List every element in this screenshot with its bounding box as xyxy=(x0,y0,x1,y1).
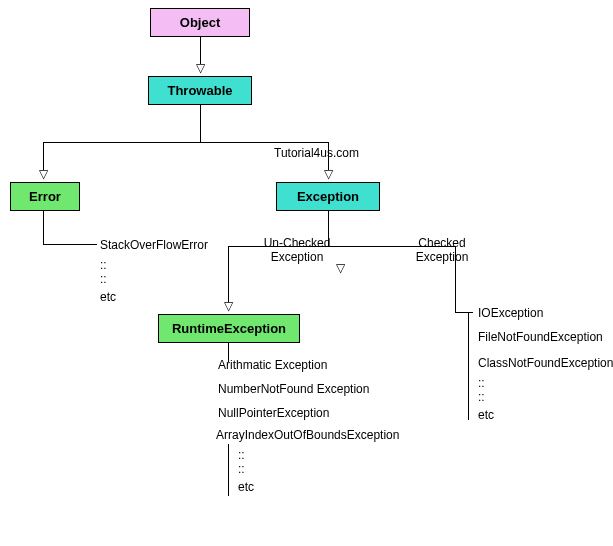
node-runtimeexception-label: RuntimeException xyxy=(172,321,286,336)
connector-line xyxy=(468,312,469,420)
error-list-item: :: xyxy=(100,258,107,272)
error-list-item: etc xyxy=(100,290,116,304)
connector-line xyxy=(228,444,229,496)
runtime-list-item: NumberNotFound Exception xyxy=(218,382,369,396)
runtime-list-item: :: xyxy=(238,448,245,462)
watermark-label: Tutorial4us.com xyxy=(274,146,359,160)
node-exception: Exception xyxy=(276,182,380,211)
node-error: Error xyxy=(10,182,80,211)
node-throwable: Throwable xyxy=(148,76,252,105)
node-object-label: Object xyxy=(180,15,220,30)
diagram-canvas: Object ▽ Throwable ▽ ▽ Tutorial4us.com E… xyxy=(0,0,613,546)
watermark-text: Tutorial4us.com xyxy=(274,146,359,160)
arrowhead-icon: ▽ xyxy=(39,168,48,180)
checked-list-item: :: xyxy=(478,376,485,390)
error-list-item: :: xyxy=(100,272,107,286)
arrow-glyph: ▽ xyxy=(39,167,48,181)
arrowhead-icon: ▽ xyxy=(224,300,233,312)
connector-line xyxy=(43,142,329,143)
arrowhead-icon: ▽ xyxy=(324,168,333,180)
arrow-glyph: ▽ xyxy=(196,61,205,75)
runtime-list-item: NullPointerException xyxy=(218,406,329,420)
node-throwable-label: Throwable xyxy=(167,83,232,98)
node-error-label: Error xyxy=(29,189,61,204)
node-runtimeexception: RuntimeException xyxy=(158,314,300,343)
error-list-item: StackOverFlowError xyxy=(100,238,208,252)
connector-line xyxy=(43,210,44,244)
connector-line xyxy=(43,142,44,170)
connector-line xyxy=(43,244,97,245)
runtime-list-item: ArrayIndexOutOfBoundsException xyxy=(216,428,399,442)
node-exception-label: Exception xyxy=(297,189,359,204)
checked-list-item: FileNotFoundException xyxy=(478,330,603,344)
runtime-list-item: :: xyxy=(238,462,245,476)
label-unchecked: Un-Checked Exception xyxy=(252,236,342,264)
connector-line xyxy=(200,36,201,64)
arrow-glyph: ▽ xyxy=(224,299,233,313)
checked-list-item: ClassNotFoundException xyxy=(478,356,613,370)
checked-list-item: :: xyxy=(478,390,485,404)
runtime-list-item: Arithmatic Exception xyxy=(218,358,327,372)
runtime-list-item: etc xyxy=(238,480,254,494)
checked-list-item: etc xyxy=(478,408,494,422)
connector-line xyxy=(228,246,229,302)
node-object: Object xyxy=(150,8,250,37)
checked-list-item: IOException xyxy=(478,306,543,320)
label-checked: Checked Exception xyxy=(402,236,482,264)
connector-line xyxy=(455,312,473,313)
arrowhead-icon: ▽ xyxy=(196,62,205,74)
arrow-glyph: ▽ xyxy=(324,167,333,181)
connector-line xyxy=(200,104,201,142)
